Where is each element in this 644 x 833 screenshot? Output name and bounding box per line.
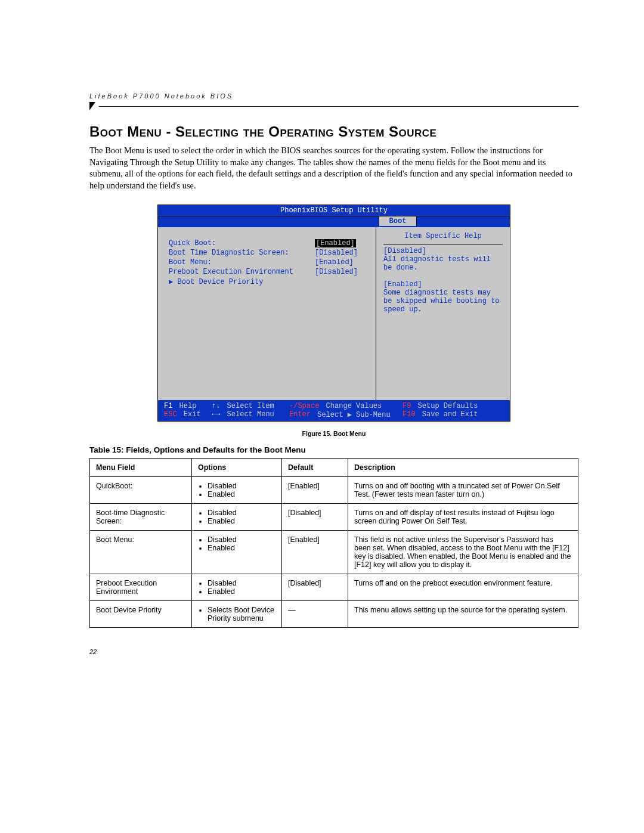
running-head: LifeBook P7000 Notebook BIOS <box>89 92 578 100</box>
bios-setting-value: [Disabled] <box>315 249 369 257</box>
page: LifeBook P7000 Notebook BIOS Boot Menu -… <box>0 0 644 691</box>
cell-description: Turns on and off booting with a truncate… <box>348 477 578 504</box>
bios-setting-row: ▶ Boot Device Priority <box>169 277 369 286</box>
bios-setting-label: Boot Menu: <box>169 258 315 267</box>
cell-default: [Enabled] <box>282 531 348 574</box>
bios-footer-item: -/Space Change Values <box>289 402 402 410</box>
bios-footer-key: -/Space <box>289 402 319 410</box>
bios-footer-text: Save and Exit <box>418 410 478 419</box>
cell-menu-field: Preboot Execution Environment <box>90 574 192 601</box>
option-item: Enabled <box>208 587 275 596</box>
bios-setting-value: [Enabled] <box>315 239 369 247</box>
bios-setting-value: [Disabled] <box>315 268 369 276</box>
option-item: Selects Boot Device Priority submenu <box>208 606 275 623</box>
th-default: Default <box>282 459 348 477</box>
bios-help-line: [Disabled] <box>383 247 503 255</box>
bios-footer-item: F9 Setup Defaults <box>402 402 504 410</box>
section-title: Boot Menu - Selecting the Operating Syst… <box>89 123 578 140</box>
bios-setting-label: Preboot Execution Environment <box>169 268 315 276</box>
cell-options: DisabledEnabled <box>192 531 282 574</box>
cell-default: [Disabled] <box>282 574 348 601</box>
figure-caption: Figure 15. Boot Menu <box>89 430 578 437</box>
bios-tab-row: Boot <box>158 216 510 227</box>
cell-options: DisabledEnabled <box>192 574 282 601</box>
bios-footer-key: ESC <box>164 410 177 419</box>
page-number: 22 <box>89 648 578 655</box>
bios-footer-text: Exit <box>179 410 201 419</box>
bios-setting-label: ▶ Boot Device Priority <box>169 277 315 286</box>
option-item: Disabled <box>208 509 275 517</box>
bios-footer-text: Select Item <box>222 402 274 410</box>
bios-setting-row: Quick Boot:[Enabled] <box>169 239 369 247</box>
bios-settings-panel: Quick Boot:[Enabled]Boot Time Diagnostic… <box>158 227 376 400</box>
triangle-marker-icon <box>89 102 95 110</box>
cell-description: Turns on and off display of test results… <box>348 504 578 531</box>
bios-help-heading: Item Specific Help <box>383 232 503 244</box>
bios-footer-key: ↑↓ <box>212 402 220 410</box>
bios-footer-text: Select Menu <box>222 410 274 419</box>
bios-setting-row: Boot Menu:[Enabled] <box>169 258 369 267</box>
bios-setting-value: [Enabled] <box>315 258 369 267</box>
bios-footer-item: Enter Select ▶ Sub-Menu <box>289 410 402 419</box>
bios-body: Quick Boot:[Enabled]Boot Time Diagnostic… <box>158 227 510 400</box>
bios-footer-text: Change Values <box>321 402 382 410</box>
header-rule <box>89 102 578 110</box>
bios-footer-item: F1 Help <box>164 402 212 410</box>
cell-menu-field: QuickBoot: <box>90 477 192 504</box>
cell-menu-field: Boot Device Priority <box>90 601 192 628</box>
bios-help-text: [Disabled]All diagnostic tests will be d… <box>383 247 503 314</box>
table-row: Boot Device PrioritySelects Boot Device … <box>90 601 578 628</box>
table-row: Preboot Execution EnvironmentDisabledEna… <box>90 574 578 601</box>
th-description: Description <box>348 459 578 477</box>
cell-options: Selects Boot Device Priority submenu <box>192 601 282 628</box>
cell-description: Turns off and on the preboot execution e… <box>348 574 578 601</box>
cell-options: DisabledEnabled <box>192 477 282 504</box>
cell-description: This field is not active unless the Supe… <box>348 531 578 574</box>
cell-default: — <box>282 601 348 628</box>
bios-active-tab: Boot <box>379 216 417 226</box>
options-table: Menu Field Options Default Description Q… <box>89 458 578 628</box>
bios-footer-key: F10 <box>402 410 416 419</box>
table-row: Boot Menu:DisabledEnabled[Enabled]This f… <box>90 531 578 574</box>
bios-setting-row: Preboot Execution Environment[Disabled] <box>169 268 369 276</box>
bios-setting-value <box>315 277 369 286</box>
bios-help-panel: Item Specific Help [Disabled]All diagnos… <box>376 227 510 400</box>
bios-footer-item: ↑↓ Select Item <box>212 402 289 410</box>
option-item: Enabled <box>208 517 275 525</box>
option-item: Disabled <box>208 535 275 544</box>
option-item: Enabled <box>208 544 275 552</box>
bios-footer-item: F10 Save and Exit <box>402 410 504 419</box>
bios-footer-item: ESC Exit <box>164 410 212 419</box>
bios-footer: F1 Help↑↓ Select Item-/Space Change Valu… <box>158 400 510 421</box>
bios-footer-item: ←→ Select Menu <box>212 410 289 419</box>
horizontal-rule <box>99 106 578 107</box>
table-row: QuickBoot:DisabledEnabled[Enabled]Turns … <box>90 477 578 504</box>
cell-description: This menu allows setting up the source f… <box>348 601 578 628</box>
bios-utility-title: PhoenixBIOS Setup Utility <box>158 205 510 216</box>
bios-setting-row: Boot Time Diagnostic Screen:[Disabled] <box>169 249 369 257</box>
cell-default: [Disabled] <box>282 504 348 531</box>
th-options: Options <box>192 459 282 477</box>
bios-screenshot: PhoenixBIOS Setup Utility Boot Quick Boo… <box>157 205 510 422</box>
bios-titlebar: PhoenixBIOS Setup Utility Boot <box>158 205 510 227</box>
bios-footer-text: Help <box>175 402 196 410</box>
table-header-row: Menu Field Options Default Description <box>90 459 578 477</box>
bios-footer-text: Select ▶ Sub-Menu <box>313 410 391 419</box>
cell-default: [Enabled] <box>282 477 348 504</box>
bios-footer-key: F9 <box>402 402 411 410</box>
cell-options: DisabledEnabled <box>192 504 282 531</box>
option-item: Enabled <box>208 490 275 498</box>
bios-setting-label: Boot Time Diagnostic Screen: <box>169 249 315 257</box>
table-caption: Table 15: Fields, Options and Defaults f… <box>89 445 578 454</box>
bios-help-line: All diagnostic tests will be done. <box>383 255 503 272</box>
bios-setting-label: Quick Boot: <box>169 239 315 247</box>
th-menu-field: Menu Field <box>90 459 192 477</box>
intro-paragraph: The Boot Menu is used to select the orde… <box>89 145 578 191</box>
bios-footer-text: Setup Defaults <box>413 402 478 410</box>
bios-footer-key: F1 <box>164 402 172 410</box>
bios-footer-key: ←→ <box>212 410 220 419</box>
table-row: Boot-time Diagnostic Screen:DisabledEnab… <box>90 504 578 531</box>
bios-help-line: [Enabled] <box>383 280 503 289</box>
cell-menu-field: Boot Menu: <box>90 531 192 574</box>
bios-footer-key: Enter <box>289 410 311 419</box>
